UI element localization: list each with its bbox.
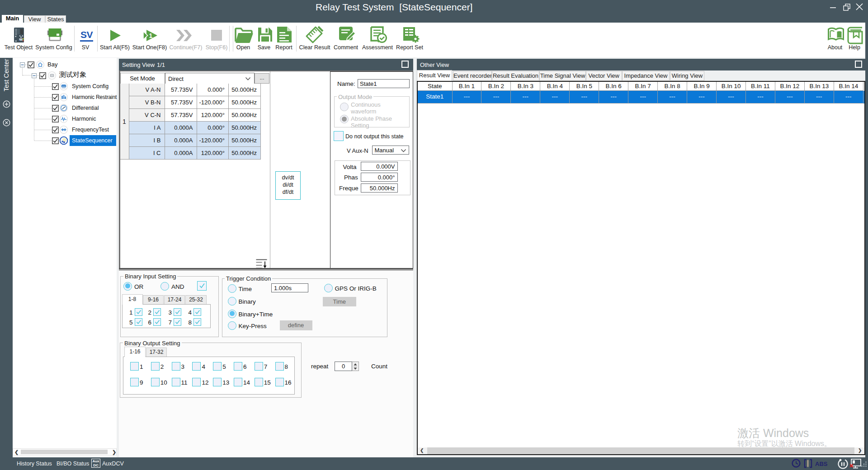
svg-text:1: 1: [149, 32, 153, 39]
